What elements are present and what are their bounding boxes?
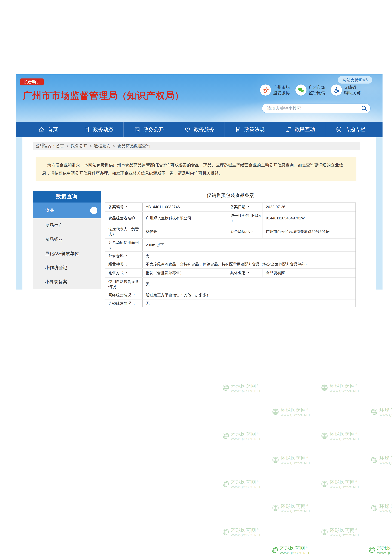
- watermark: 环球医药网®WWW.QGYYZS.NET: [321, 432, 352, 441]
- globe-icon: [222, 384, 229, 391]
- field-label: 法定代表人（负责人） ：: [105, 225, 143, 238]
- sidebar-item-0[interactable]: 食品生产: [33, 218, 101, 232]
- nav-item-6[interactable]: 专题专栏: [325, 122, 376, 137]
- watermark-text: 环球医药网®WWW.QGYYZS.NET: [280, 546, 310, 555]
- weibo-icon: [260, 85, 271, 95]
- field-value: 2022-07-26: [263, 203, 356, 211]
- quick-link-1[interactable]: 广州市场监管微信: [295, 85, 325, 95]
- watermark: 环球医药网®WWW.QGYYZS.NET: [272, 408, 304, 417]
- collapse-icon[interactable]: —: [90, 207, 97, 214]
- page: 长者助手 网站支持IPV6 广州市市场监督管理局（知识产权局） 广州市场监管微博…: [0, 0, 392, 555]
- globe-icon: [321, 384, 328, 391]
- watermark: 环球医药网®WWW.QGYYZS.NET: [321, 528, 352, 537]
- breadcrumb-link-2[interactable]: 数据发布: [94, 144, 110, 148]
- field-label: 经营场所使用面积 ：: [105, 239, 143, 252]
- main-nav: 首页政务动态政务公开政务服务政策法规政民互动专题专栏: [16, 122, 383, 137]
- globe-icon: [222, 432, 229, 439]
- watermark: 环球医药网®WWW.QGYYZS.NET: [321, 384, 352, 393]
- nav-item-label: 政务动态: [93, 126, 113, 133]
- watermark: 环球医药网®WWW.QGYYZS.NET: [222, 528, 254, 537]
- field-value: YB14401110032746: [143, 203, 227, 211]
- field-label: 网络经营情况 ：: [105, 291, 143, 299]
- quick-link-2[interactable]: 无障碍辅助浏览: [331, 85, 361, 95]
- globe-icon: [271, 546, 278, 553]
- watermark-text: 环球医药网®WWW.QGYYZS.NET: [281, 456, 310, 465]
- field-value: 广州市白云区云城街齐富路29号501房: [263, 225, 356, 238]
- field-label: 备案日期 ：: [227, 203, 263, 211]
- quick-link-label: 广州市场监管微博: [273, 85, 290, 95]
- watermark: 环球医药网®WWW.QGYYZS.NET: [272, 504, 304, 513]
- watermark-text: 环球医药网®WWW.QGYYZS.NET: [379, 504, 392, 513]
- globe-icon: [321, 480, 328, 488]
- sidebar: 数据查询 食品 — 食品生产食品经营量化A级餐饮单位小作坊登记小餐饮备案: [33, 191, 101, 289]
- table-row: 法定代表人（负责人） ：林俊亮经营场所地址 ：广州市白云区云城街齐富路29号50…: [105, 225, 356, 238]
- nav-item-2[interactable]: 政务公开: [123, 122, 174, 137]
- table-row: 经营种类 ：不含冷藏冷冻食品，含特殊食品：保健食品、特殊医学用途配方食品（特定全…: [105, 260, 356, 268]
- search-bar: [262, 103, 371, 113]
- wechat-icon: [295, 85, 306, 95]
- nav-item-5[interactable]: 政民互动: [275, 122, 325, 137]
- field-label: 具体业态 ：: [227, 269, 263, 277]
- nav-item-label: 专题专栏: [345, 126, 365, 133]
- sidebar-item-4[interactable]: 小餐饮备案: [33, 275, 101, 289]
- table-row: 连锁经营情况 ：无: [105, 299, 356, 307]
- interact-icon: [285, 126, 292, 133]
- search-input[interactable]: [262, 103, 371, 113]
- table-row: 食品经营者名称 ：广州观琪生物科技有限公司统一社会信用代码 ：914401110…: [105, 212, 356, 225]
- sidebar-item-2[interactable]: 量化A级餐饮单位: [33, 247, 101, 261]
- quick-links: 广州市场监管微博广州市场监管微信无障碍辅助浏览: [260, 85, 361, 95]
- watermark: 环球医药网®WWW.QGYYZS.NET: [272, 456, 304, 465]
- watermark-text: 环球医药网®WWW.QGYYZS.NET: [379, 408, 392, 417]
- accessibility-icon: [331, 85, 342, 95]
- field-value: 食品贸易商: [263, 269, 356, 277]
- sidebar-title: 数据查询: [33, 191, 101, 203]
- nav-item-0[interactable]: 首页: [23, 122, 73, 137]
- field-value: 无: [143, 278, 356, 291]
- quick-link-label: 广州市场监管微信: [309, 85, 325, 95]
- site-screenshot: 长者助手 网站支持IPV6 广州市市场监督管理局（知识产权局） 广州市场监管微博…: [16, 74, 383, 290]
- field-label: 经营场所地址 ：: [227, 225, 263, 238]
- table-row: 备案编号 ：YB14401110032746备案日期 ：2022-07-26: [105, 203, 356, 211]
- nav-item-1[interactable]: 政务动态: [73, 122, 123, 137]
- search-icon[interactable]: [361, 105, 368, 112]
- field-value: 200m²以下: [143, 239, 356, 252]
- quick-link-0[interactable]: 广州市场监管微博: [260, 85, 290, 95]
- watermark: 环球医药网®WWW.QGYYZS.NET: [222, 384, 254, 393]
- globe-icon: [321, 528, 328, 535]
- sidebar-item-1[interactable]: 食品经营: [33, 232, 101, 247]
- watermark-text: 环球医药网®WWW.QGYYZS.NET: [281, 504, 310, 513]
- table-row: 经营场所使用面积 ：200m²以下: [105, 239, 356, 252]
- globe-icon: [371, 456, 378, 463]
- nav-item-4[interactable]: 政策法规: [224, 122, 275, 137]
- main-content: 仅销售预包装食品备案 备案编号 ：YB14401110032746备案日期 ：2…: [105, 192, 356, 307]
- breadcrumb: 当前位置： 首页>政务公开>数据发布>食品药品数据查询: [33, 142, 360, 150]
- table-row: 销售方式 ：批发（含批发兼零售）具体业态 ：食品贸易商: [105, 269, 356, 277]
- breadcrumb-link-0[interactable]: 首页: [56, 144, 64, 148]
- ipv6-support-badge: 网站支持IPV6: [338, 76, 372, 84]
- breadcrumb-prefix: 当前位置：: [35, 143, 56, 149]
- content-panel: 当前位置： 首页>政务公开>数据发布>食品药品数据查询 为方便企业和群众，本网站…: [22, 137, 376, 290]
- breadcrumb-link-1[interactable]: 政务公开: [71, 144, 87, 148]
- field-label: 统一社会信用代码 ：: [227, 212, 263, 225]
- location-pin-icon: [41, 143, 45, 147]
- watermark: 环球医药网®WWW.QGYYZS.NET: [371, 408, 392, 417]
- sidebar-item-3[interactable]: 小作坊登记: [33, 261, 101, 275]
- record-table: 备案编号 ：YB14401110032746备案日期 ：2022-07-26食品…: [105, 203, 356, 307]
- sidebar-item-food[interactable]: 食品 —: [33, 203, 101, 218]
- watermark-text: 环球医药网®WWW.QGYYZS.NET: [231, 432, 261, 441]
- globe-icon: [321, 432, 328, 439]
- field-value: 无: [143, 252, 356, 260]
- globe-icon: [272, 408, 279, 415]
- nav-item-label: 政民互动: [295, 126, 315, 133]
- watermark-text: 环球医药网®WWW.QGYYZS.NET: [231, 480, 261, 489]
- field-label: 备案编号 ：: [105, 203, 143, 211]
- breadcrumb-current: 食品药品数据查询: [117, 144, 150, 148]
- watermark: 环球医药网®WWW.QGYYZS.NET: [371, 456, 392, 465]
- field-label: 连锁经营情况 ：: [105, 299, 143, 307]
- elder-assist-badge[interactable]: 长者助手: [20, 79, 44, 85]
- table-row: 外设仓库 ：无: [105, 252, 356, 260]
- nav-item-3[interactable]: 政务服务: [174, 122, 224, 137]
- watermark: 环球医药网®WWW.QGYYZS.NET: [222, 480, 254, 489]
- breadcrumb-separator: >: [89, 144, 92, 148]
- nav-item-label: 政务服务: [194, 126, 214, 133]
